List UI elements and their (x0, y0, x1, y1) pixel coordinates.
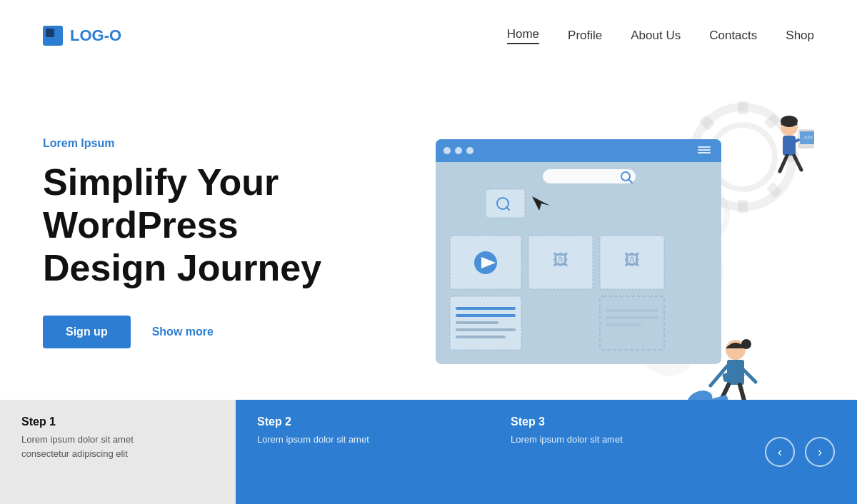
step-3: Step 3 Lorem ipsum dolor sit amet (489, 400, 743, 504)
svg-point-0 (693, 107, 793, 207)
svg-point-19 (466, 147, 473, 154)
svg-rect-40 (456, 321, 498, 324)
svg-text:</>: </> (804, 134, 813, 141)
hero-illustration: 🖼 🖼 (414, 86, 814, 400)
svg-line-51 (780, 156, 787, 171)
logo-text: LOG-O (70, 26, 121, 45)
svg-point-48 (781, 119, 798, 136)
hero-buttons: Sign up Show more (43, 316, 414, 348)
svg-rect-46 (606, 323, 641, 326)
svg-marker-26 (532, 196, 550, 211)
hero-section: Lorem Ipsum Simplify Your WordPress Desi… (0, 71, 857, 400)
svg-line-87 (718, 385, 728, 400)
svg-point-18 (455, 147, 462, 154)
svg-rect-5 (786, 152, 798, 162)
svg-rect-14 (436, 139, 721, 364)
nav-about[interactable]: About Us (631, 29, 681, 43)
steps-bar: Step 1 Lorem ipsum dolor sit amet consec… (0, 400, 857, 504)
svg-marker-32 (481, 257, 496, 268)
svg-point-49 (781, 116, 798, 127)
svg-rect-3 (738, 200, 748, 213)
svg-rect-85 (727, 360, 744, 385)
step-1: Step 1 Lorem ipsum dolor sit amet consec… (0, 400, 236, 504)
svg-rect-39 (456, 314, 516, 317)
svg-rect-30 (450, 236, 521, 289)
svg-point-93 (685, 388, 715, 400)
step-2: Step 2 Lorem ipsum dolor sit amet (236, 400, 489, 504)
steps-prev-button[interactable]: ‹ (765, 437, 795, 467)
svg-rect-44 (606, 309, 658, 312)
step-3-desc: Lorem ipsum dolor sit amet (511, 433, 721, 447)
hero-title: Simplify Your WordPress Design Journey (43, 161, 414, 289)
nav-home[interactable]: Home (507, 27, 539, 44)
svg-rect-53 (798, 130, 814, 148)
nav-contacts[interactable]: Contacts (709, 29, 757, 43)
svg-rect-86 (722, 368, 745, 382)
svg-rect-9 (764, 114, 781, 130)
svg-point-84 (741, 339, 751, 349)
step-1-desc: Lorem ipsum dolor sit amet consectetur a… (21, 433, 214, 460)
svg-rect-45 (606, 316, 658, 319)
svg-rect-8 (697, 181, 713, 197)
steps-next-button[interactable]: › (805, 437, 835, 467)
main-nav: Home Profile About Us Contacts Shop (507, 27, 814, 44)
svg-text:🖼: 🖼 (553, 251, 568, 269)
nav-shop[interactable]: Shop (786, 29, 814, 43)
svg-rect-22 (698, 152, 711, 153)
svg-line-91 (711, 366, 727, 385)
svg-rect-27 (486, 189, 525, 218)
svg-point-31 (474, 251, 497, 274)
svg-line-52 (794, 156, 801, 170)
svg-rect-7 (766, 182, 783, 198)
svg-point-13 (652, 230, 733, 341)
svg-line-56 (789, 140, 798, 144)
step-1-title: Step 1 (21, 415, 214, 428)
signup-button[interactable]: Sign up (43, 316, 131, 348)
svg-rect-2 (738, 101, 748, 114)
svg-point-24 (621, 172, 630, 181)
logo: LOG-O (43, 26, 121, 46)
svg-rect-21 (698, 149, 711, 151)
svg-point-28 (497, 198, 508, 209)
steps-navigation: ‹ › (743, 400, 857, 504)
svg-point-1 (711, 125, 775, 189)
svg-line-92 (740, 366, 756, 382)
svg-rect-15 (436, 139, 721, 162)
svg-rect-37 (450, 296, 521, 350)
svg-rect-38 (456, 307, 516, 310)
svg-line-88 (740, 385, 746, 400)
svg-line-25 (628, 179, 632, 183)
step-3-title: Step 3 (511, 415, 721, 428)
svg-rect-54 (800, 131, 814, 144)
svg-rect-35 (600, 236, 664, 289)
svg-rect-43 (600, 296, 664, 350)
svg-rect-6 (699, 115, 716, 131)
svg-point-10 (673, 187, 727, 241)
step-2-title: Step 2 (257, 415, 468, 428)
svg-rect-20 (698, 146, 711, 148)
svg-point-83 (726, 340, 746, 360)
svg-rect-50 (783, 136, 796, 156)
hero-text-block: Lorem Ipsum Simplify Your WordPress Desi… (43, 137, 414, 348)
svg-point-12 (598, 241, 716, 388)
logo-icon (43, 26, 63, 46)
svg-rect-33 (528, 236, 593, 289)
svg-text:🖼: 🖼 (624, 251, 640, 269)
svg-rect-23 (543, 169, 636, 183)
step-2-desc: Lorem ipsum dolor sit amet (257, 433, 468, 447)
svg-point-11 (683, 197, 717, 231)
hero-subtitle: Lorem Ipsum (43, 137, 414, 150)
svg-rect-41 (456, 328, 516, 331)
nav-profile[interactable]: Profile (568, 29, 602, 43)
svg-rect-95 (689, 395, 729, 400)
showmore-button[interactable]: Show more (152, 326, 214, 338)
svg-rect-42 (456, 336, 506, 338)
svg-rect-4 (687, 152, 700, 162)
svg-line-29 (506, 207, 509, 210)
svg-point-17 (443, 147, 451, 154)
svg-rect-16 (436, 151, 721, 162)
header: LOG-O Home Profile About Us Contacts Sho… (0, 0, 857, 71)
